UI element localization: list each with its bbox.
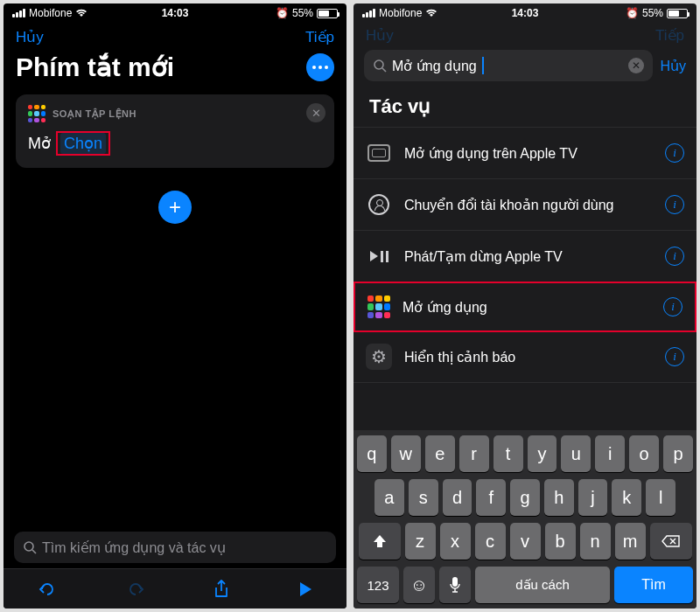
clock: 14:03: [162, 7, 189, 19]
app-grid-icon: [28, 105, 46, 122]
action-label: Phát/Tạm dừng Apple TV: [404, 248, 653, 265]
key-k[interactable]: k: [612, 479, 641, 516]
search-icon: [23, 540, 37, 554]
nav-row-faded: Hủy Tiếp: [354, 23, 696, 46]
signal-icon: [12, 9, 25, 17]
key-o[interactable]: o: [629, 435, 659, 472]
key-t[interactable]: t: [494, 435, 523, 472]
key-z[interactable]: z: [405, 523, 436, 560]
key-x[interactable]: x: [440, 523, 471, 560]
key-e[interactable]: e: [425, 435, 455, 472]
battery-pct: 55%: [292, 7, 313, 19]
phone-right-action-picker: Mobifone 14:03 ⏰ 55% Hủy Tiếp Mở ứng dụn…: [354, 3, 696, 609]
key-r[interactable]: r: [459, 435, 489, 472]
tv-icon: [366, 140, 392, 166]
keyboard-row-1: q w e r t y u i o p: [357, 435, 693, 472]
key-c[interactable]: c: [475, 523, 506, 560]
key-mic[interactable]: [439, 567, 471, 603]
carrier-label: Mobifone: [29, 7, 72, 19]
key-h[interactable]: h: [544, 479, 574, 516]
carrier-label: Mobifone: [379, 7, 422, 19]
phone-left-new-shortcut: Mobifone 14:03 ⏰ 55% Hủy Tiếp Phím tắt m…: [4, 3, 346, 609]
action-label: Chuyển đổi tài khoản người dùng: [404, 197, 653, 213]
alarm-icon: ⏰: [276, 7, 289, 19]
action-app-token[interactable]: Chọn: [60, 133, 106, 154]
next-button: Tiếp: [655, 26, 684, 45]
key-l[interactable]: l: [646, 479, 676, 516]
user-icon: [366, 191, 392, 218]
keyboard: q w e r t y u i o p a s d f g h j k l z: [354, 430, 696, 609]
svg-point-0: [24, 542, 33, 551]
key-123[interactable]: 123: [357, 567, 399, 603]
svg-point-2: [374, 60, 383, 69]
clear-search-button[interactable]: ✕: [628, 58, 644, 73]
key-g[interactable]: g: [510, 479, 540, 516]
info-button[interactable]: i: [665, 347, 684, 366]
key-n[interactable]: n: [580, 523, 611, 560]
statusbar: Mobifone 14:03 ⏰ 55%: [4, 3, 346, 23]
undo-button[interactable]: [37, 580, 58, 599]
search-input[interactable]: Tìm kiếm ứng dụng và tác vụ: [14, 532, 336, 563]
key-emoji[interactable]: ☺: [403, 567, 435, 603]
text-caret: [482, 57, 484, 74]
add-action-button[interactable]: +: [158, 191, 192, 224]
action-search-input[interactable]: Mở ứng dụng ✕: [364, 50, 653, 81]
cancel-button: Hủy: [366, 26, 394, 45]
signal-icon: [362, 9, 375, 17]
info-button[interactable]: i: [665, 143, 684, 163]
redo-button[interactable]: [125, 580, 146, 599]
key-m[interactable]: m: [615, 523, 646, 560]
key-backspace[interactable]: [650, 523, 692, 560]
key-q[interactable]: q: [357, 435, 387, 472]
battery-icon: [317, 9, 338, 18]
keyboard-row-3: z x c v b n m: [357, 523, 693, 560]
battery-pct: 55%: [642, 7, 663, 19]
key-space[interactable]: dấu cách: [475, 567, 610, 603]
action-list: Mở ứng dụng trên Apple TV i Chuyển đổi t…: [354, 127, 696, 383]
info-button[interactable]: i: [665, 247, 684, 266]
keyboard-row-2: a s d f g h j k l: [357, 479, 693, 516]
gear-icon: ⚙: [366, 344, 392, 370]
action-label: Mở ứng dụng trên Apple TV: [404, 145, 653, 162]
key-y[interactable]: y: [528, 435, 557, 472]
action-open-app[interactable]: Mở ứng dụng i: [354, 282, 696, 332]
key-return[interactable]: Tìm: [614, 567, 693, 603]
search-placeholder: Tìm kiếm ứng dụng và tác vụ: [42, 539, 226, 556]
action-verb: Mở: [28, 134, 51, 153]
key-d[interactable]: d: [443, 479, 472, 516]
cancel-button[interactable]: Hủy: [16, 28, 44, 46]
info-button[interactable]: i: [665, 195, 684, 214]
clock: 14:03: [512, 7, 539, 19]
action-show-alert[interactable]: ⚙ Hiển thị cảnh báo i: [354, 331, 696, 383]
run-button[interactable]: [298, 581, 313, 598]
app-grid-icon: [368, 296, 390, 318]
action-switch-user[interactable]: Chuyển đổi tài khoản người dùng i: [354, 179, 696, 231]
action-open-app-appletv[interactable]: Mở ứng dụng trên Apple TV i: [354, 127, 696, 179]
search-cancel-button[interactable]: Hủy: [660, 58, 686, 74]
key-v[interactable]: v: [510, 523, 541, 560]
card-close-button[interactable]: ✕: [306, 103, 326, 122]
key-u[interactable]: u: [561, 435, 591, 472]
key-shift[interactable]: [359, 523, 401, 560]
svg-rect-4: [452, 577, 458, 587]
key-f[interactable]: f: [476, 479, 506, 516]
key-a[interactable]: a: [374, 479, 404, 516]
key-w[interactable]: w: [391, 435, 421, 472]
bottom-toolbar: [4, 568, 346, 609]
key-i[interactable]: i: [595, 435, 625, 472]
statusbar: Mobifone 14:03 ⏰ 55%: [354, 3, 696, 23]
key-b[interactable]: b: [545, 523, 576, 560]
action-play-pause-appletv[interactable]: Phát/Tạm dừng Apple TV i: [354, 231, 696, 282]
alarm-icon: ⏰: [626, 7, 639, 19]
info-button[interactable]: i: [663, 297, 682, 316]
svg-line-3: [382, 68, 386, 72]
search-value: Mở ứng dụng: [392, 58, 477, 74]
share-button[interactable]: [213, 579, 230, 600]
key-j[interactable]: j: [578, 479, 608, 516]
key-s[interactable]: s: [409, 479, 438, 516]
nav-row: Hủy Tiếp: [4, 23, 346, 50]
next-button[interactable]: Tiếp: [305, 28, 334, 46]
more-button[interactable]: [306, 53, 334, 81]
svg-line-1: [32, 550, 36, 553]
key-p[interactable]: p: [663, 435, 693, 472]
